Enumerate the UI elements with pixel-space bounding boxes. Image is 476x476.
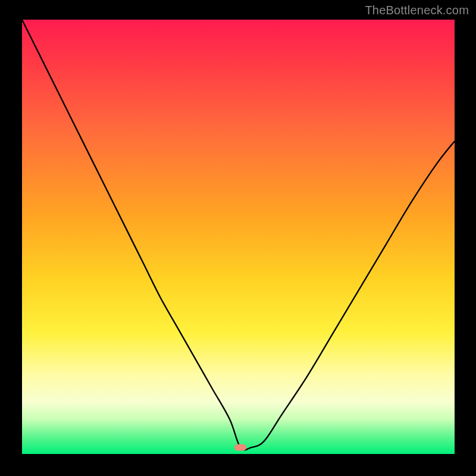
bottleneck-curve xyxy=(22,20,455,454)
minimum-marker xyxy=(234,444,246,451)
chart-container: TheBottleneck.com xyxy=(0,0,476,476)
watermark-text: TheBottleneck.com xyxy=(365,4,469,17)
plot-area xyxy=(22,20,455,454)
